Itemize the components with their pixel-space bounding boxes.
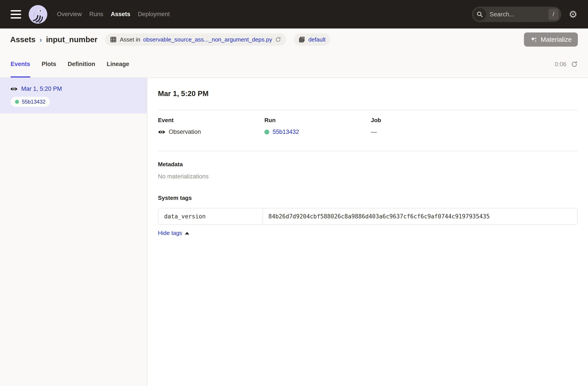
run-column: Run 55b13432 (264, 117, 371, 135)
reload-icon[interactable] (275, 37, 281, 43)
job-column: Job — (371, 117, 578, 135)
system-tags-table: data_version 84b26d7d9204cbf588026c8a988… (158, 208, 578, 225)
settings-gear-icon[interactable]: ⚙ (569, 9, 577, 19)
nav-item-runs[interactable]: Runs (89, 11, 103, 18)
dagster-logo-icon[interactable] (29, 5, 47, 24)
job-value: — (371, 128, 377, 135)
tab-definition[interactable]: Definition (68, 60, 95, 78)
refresh-countdown: 0:06 (555, 61, 566, 68)
asset-file-link[interactable]: observable_source_ass..._non_argument_de… (143, 36, 272, 43)
materialize-label: Materialize (541, 36, 572, 43)
event-list-sidebar: Mar 1, 5:20 PM 55b13432 (0, 78, 147, 386)
table-grid-icon (110, 36, 117, 43)
asset-tabs: Events Plots Definition Lineage 0:06 (0, 60, 588, 78)
run-column-label: Run (264, 117, 371, 124)
breadcrumb-chevron-icon: › (40, 35, 42, 44)
run-status-dot (264, 130, 269, 135)
eye-icon (158, 129, 166, 135)
search-box[interactable]: / (472, 7, 561, 22)
asset-group-icon (298, 36, 305, 43)
event-detail-title: Mar 1, 5:20 PM (158, 89, 578, 98)
event-detail-panel: Mar 1, 5:20 PM Event Observation (147, 78, 588, 386)
tab-lineage[interactable]: Lineage (107, 60, 129, 78)
search-icon (473, 8, 486, 21)
metadata-heading: Metadata (158, 161, 578, 168)
eye-icon (10, 86, 18, 92)
tab-plots[interactable]: Plots (42, 60, 56, 78)
event-column-label: Event (158, 117, 264, 124)
refresh-icon[interactable] (571, 61, 578, 68)
asset-in-label: Asset in (120, 36, 140, 43)
breadcrumb-assets[interactable]: Assets (10, 35, 36, 44)
nav-item-overview[interactable]: Overview (57, 11, 82, 18)
tag-key-cell: data_version (158, 208, 263, 224)
run-id-link[interactable]: 55b13432 (273, 128, 299, 135)
sparkle-icon (530, 36, 538, 43)
hide-tags-label: Hide tags (158, 230, 182, 237)
event-time-link[interactable]: Mar 1, 5:20 PM (21, 85, 62, 92)
system-tags-heading: System tags (158, 195, 578, 201)
materialize-button[interactable]: Materialize (524, 32, 578, 47)
caret-up-icon (185, 232, 189, 235)
asset-page-header: Assets › input_number Asset in observabl… (0, 28, 588, 78)
group-default-link[interactable]: default (308, 36, 326, 43)
top-navigation: Overview Runs Assets Deployment / ⚙ (0, 0, 588, 28)
event-type-value: Observation (169, 128, 201, 135)
asset-definition-pill[interactable]: Asset in observable_source_ass..._non_ar… (105, 33, 286, 46)
primary-nav: Overview Runs Assets Deployment (57, 11, 170, 18)
search-input[interactable] (490, 11, 548, 18)
nav-item-assets[interactable]: Assets (111, 11, 130, 18)
job-column-label: Job (371, 117, 578, 124)
tab-events[interactable]: Events (11, 60, 30, 78)
tag-value-cell: 84b26d7d9204cbf588026c8a9886d403a6c9637c… (263, 208, 577, 224)
asset-group-pill[interactable]: default (294, 33, 331, 46)
search-shortcut-badge: / (548, 9, 559, 20)
event-list-item[interactable]: Mar 1, 5:20 PM 55b13432 (0, 78, 147, 114)
nav-item-deployment[interactable]: Deployment (138, 11, 170, 18)
run-status-dot (15, 100, 19, 104)
menu-icon[interactable] (11, 10, 21, 19)
page-title: input_number (46, 35, 97, 44)
no-materializations-text: No materializations (158, 173, 578, 180)
hide-tags-link[interactable]: Hide tags (158, 230, 578, 237)
run-id-chip[interactable]: 55b13432 (11, 97, 50, 107)
event-column: Event Observation (158, 117, 264, 135)
run-id-label: 55b13432 (22, 99, 45, 105)
